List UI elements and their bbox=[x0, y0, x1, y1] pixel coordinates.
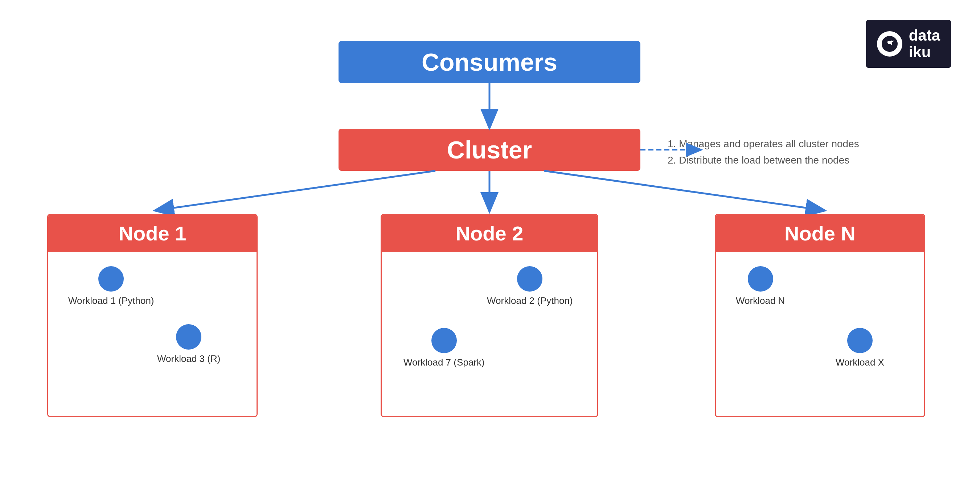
workloadX-item: Workload X bbox=[835, 328, 884, 368]
node2-body: Workload 2 (Python) Workload 7 (Spark) bbox=[382, 252, 597, 417]
workload3-label: Workload 3 (R) bbox=[157, 353, 220, 364]
cluster-annotation: 1. Manages and operates all cluster node… bbox=[668, 136, 859, 168]
node2-box: Node 2 Workload 2 (Python) Workload 7 (S… bbox=[380, 214, 598, 417]
nodeN-header: Node N bbox=[716, 215, 924, 252]
node2-header: Node 2 bbox=[382, 215, 597, 252]
consumers-box: Consumers bbox=[339, 41, 640, 83]
workload1-label: Workload 1 (Python) bbox=[68, 295, 154, 307]
workload7-label: Workload 7 (Spark) bbox=[404, 357, 485, 368]
workload3-circle bbox=[176, 324, 201, 350]
node1-box: Node 1 Workload 1 (Python) Workload 3 (R… bbox=[47, 214, 258, 417]
annotation-line2: 2. Distribute the load between the nodes bbox=[668, 152, 859, 168]
consumers-label: Consumers bbox=[422, 48, 557, 76]
nodeN-body: Workload N Workload X bbox=[716, 252, 924, 417]
workloadN-label: Workload N bbox=[736, 295, 785, 307]
nodeN-label: Node N bbox=[784, 222, 856, 245]
workloadN-item: Workload N bbox=[736, 266, 785, 307]
workloadX-label: Workload X bbox=[835, 357, 884, 368]
dataiku-bird-icon bbox=[877, 31, 902, 57]
dataiku-text: data iku bbox=[909, 27, 940, 60]
dataiku-logo: data iku bbox=[866, 20, 951, 68]
node1-header: Node 1 bbox=[48, 215, 256, 252]
workload3-item: Workload 3 (R) bbox=[157, 324, 220, 364]
annotation-line1: 1. Manages and operates all cluster node… bbox=[668, 136, 859, 152]
workload2-item: Workload 2 (Python) bbox=[487, 266, 573, 307]
workloadN-circle bbox=[748, 266, 773, 292]
diagram-container: data iku Consumers Cluster 1. Manages an… bbox=[0, 0, 980, 499]
workload7-item: Workload 7 (Spark) bbox=[404, 328, 485, 368]
workload2-label: Workload 2 (Python) bbox=[487, 295, 573, 307]
node2-label: Node 2 bbox=[456, 222, 523, 245]
nodeN-box: Node N Workload N Workload X bbox=[715, 214, 925, 417]
svg-point-1 bbox=[892, 40, 894, 41]
workload2-circle bbox=[517, 266, 542, 292]
workload7-circle bbox=[431, 328, 457, 353]
workload1-circle bbox=[98, 266, 124, 292]
workloadX-circle bbox=[847, 328, 873, 353]
cluster-to-node1-arrow bbox=[156, 171, 435, 210]
cluster-label: Cluster bbox=[447, 136, 532, 164]
cluster-to-nodeN-arrow bbox=[544, 171, 824, 210]
workload1-item: Workload 1 (Python) bbox=[68, 266, 154, 307]
cluster-box: Cluster bbox=[339, 129, 640, 171]
node1-label: Node 1 bbox=[119, 222, 186, 245]
node1-body: Workload 1 (Python) Workload 3 (R) bbox=[48, 252, 256, 417]
